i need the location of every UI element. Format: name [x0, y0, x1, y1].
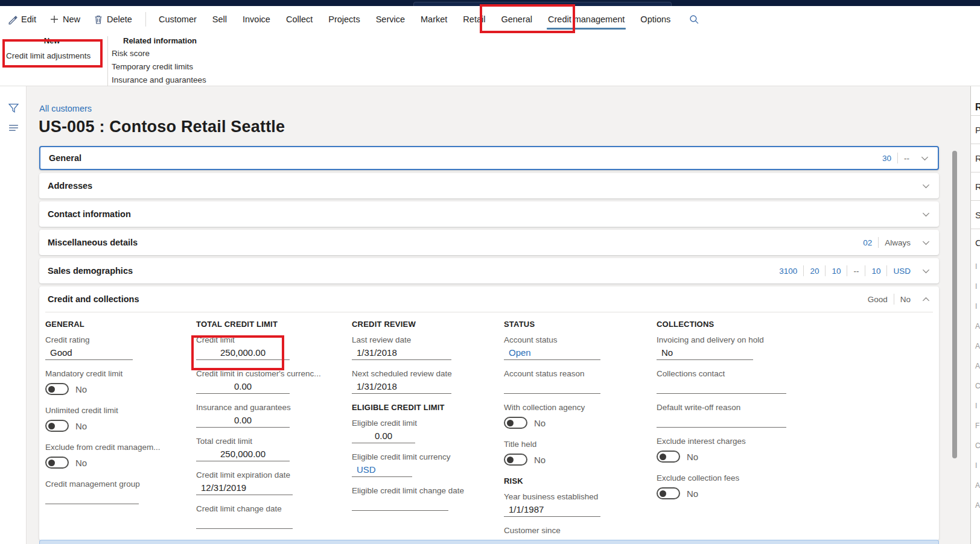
tab-sell[interactable]: Sell — [205, 10, 235, 28]
toggle-switch[interactable] — [45, 383, 69, 395]
right-panel-fragment: I — [971, 396, 980, 416]
tab-options[interactable]: Options — [632, 10, 678, 28]
toggle-switch[interactable] — [45, 457, 69, 469]
right-panel-fragment: I — [971, 276, 980, 296]
summary-value: Always — [879, 238, 917, 247]
invoicing-delivery-on-hold-input[interactable]: No — [657, 347, 753, 360]
vertical-scrollbar[interactable] — [952, 151, 957, 458]
tab-retail[interactable]: Retail — [455, 10, 493, 28]
menu-item-insurance-and-guarantees[interactable]: Insurance and guarantees — [112, 75, 206, 85]
field-default-writeoff-reason: Default write-off reason — [657, 403, 939, 428]
eligible-credit-limit-input[interactable]: 0.00 — [352, 430, 415, 443]
section-addresses[interactable]: Addresses — [39, 173, 939, 198]
section-general[interactable]: General 30 -- — [39, 146, 939, 170]
toggle-switch[interactable] — [657, 487, 680, 499]
tab-service[interactable]: Service — [368, 10, 413, 28]
toggle-switch[interactable] — [504, 454, 527, 466]
toggle-knob — [48, 386, 55, 393]
chevron-up-icon[interactable] — [921, 295, 931, 304]
breadcrumb-all-customers[interactable]: All customers — [39, 104, 92, 113]
field-eligible-credit-limit: Eligible credit limit 0.00 — [352, 419, 504, 443]
menu-item-credit-limit-adjustments[interactable]: Credit limit adjustments — [6, 51, 104, 61]
section-contact-information[interactable]: Contact information — [39, 201, 939, 227]
group-header: TOTAL CREDIT LIMIT — [196, 320, 352, 329]
right-panel-fragment: I — [971, 455, 980, 475]
credit-rating-input[interactable]: Good — [45, 347, 133, 360]
summary-value[interactable]: 20 — [804, 267, 825, 276]
search-icon[interactable] — [689, 14, 699, 25]
section-miscellaneous-details[interactable]: Miscellaneous details 02 Always — [39, 230, 939, 255]
toggle-switch[interactable] — [657, 451, 680, 463]
group-title-new: New — [0, 36, 104, 45]
tab-collect[interactable]: Collect — [278, 10, 320, 28]
right-panel-row[interactable]: R — [971, 172, 980, 201]
summary-value[interactable]: 30 — [876, 154, 897, 163]
credit-limit-change-date-input[interactable] — [196, 516, 293, 529]
right-panel-row[interactable]: S — [971, 201, 980, 229]
delete-button[interactable]: Delete — [94, 14, 132, 25]
field-label: Exclude collection fees — [657, 473, 939, 484]
next-section-card-edge[interactable] — [39, 540, 939, 544]
section-credit-and-collections: Credit and collections Good No GENERAL C… — [39, 286, 939, 540]
eligible-credit-limit-change-date-input[interactable] — [352, 498, 448, 511]
last-review-date-input[interactable]: 1/31/2018 — [352, 347, 451, 360]
insurance-and-guarantees-input[interactable]: 0.00 — [196, 414, 290, 428]
field-year-business-established: Year business established 1/1/1987 — [504, 492, 657, 517]
chevron-down-icon[interactable] — [921, 238, 931, 247]
summary-value[interactable]: 3100 — [773, 267, 803, 276]
field-label: Mandatory credit limit — [45, 369, 196, 379]
next-scheduled-review-date-input[interactable]: 1/31/2018 — [352, 381, 451, 394]
list-view-icon[interactable] — [8, 124, 19, 132]
delete-label: Delete — [107, 14, 132, 24]
field-credit-rating: Credit rating Good — [45, 335, 196, 360]
field-label: Eligible credit limit — [352, 419, 504, 429]
summary-value[interactable]: 10 — [826, 267, 847, 276]
chevron-down-icon[interactable] — [920, 154, 929, 163]
tab-customer[interactable]: Customer — [151, 10, 205, 28]
chevron-down-icon[interactable] — [921, 182, 931, 191]
field-label: Account status — [504, 335, 657, 346]
active-tab-underline — [547, 28, 626, 30]
field-label: Next scheduled review date — [352, 369, 504, 379]
right-panel-header-fragment: R — [971, 100, 980, 116]
total-credit-limit-input[interactable]: 250,000.00 — [196, 448, 290, 461]
chevron-down-icon[interactable] — [921, 210, 931, 219]
menu-item-temporary-credit-limits[interactable]: Temporary credit limits — [112, 62, 206, 72]
field-label: With collection agency — [504, 403, 657, 413]
field-label: Credit management group — [45, 479, 196, 490]
summary-value[interactable]: 02 — [857, 238, 878, 247]
tab-invoice[interactable]: Invoice — [235, 10, 278, 28]
toggle-switch[interactable] — [504, 417, 527, 429]
section-credit-header[interactable]: Credit and collections Good No — [39, 286, 939, 312]
tab-projects[interactable]: Projects — [320, 10, 368, 28]
tab-market[interactable]: Market — [413, 10, 455, 28]
credit-limit-customer-currency-input[interactable]: 0.00 — [196, 381, 290, 394]
menu-item-risk-score[interactable]: Risk score — [112, 49, 206, 59]
default-writeoff-reason-input[interactable] — [657, 414, 786, 428]
plus-icon — [49, 14, 59, 24]
new-button[interactable]: New — [49, 14, 80, 24]
eligible-credit-limit-currency-link[interactable]: USD — [352, 464, 412, 477]
summary-value[interactable]: 10 — [865, 267, 886, 276]
edit-button[interactable]: Edit — [7, 14, 36, 25]
credit-limit-input[interactable]: 250,000.00 — [196, 347, 290, 360]
toggle-switch[interactable] — [45, 420, 69, 432]
action-ribbon: Edit New Delete Customer Sell Invoice Co… — [0, 6, 980, 86]
right-panel-row[interactable]: P — [971, 116, 980, 144]
credit-limit-expiration-date-input[interactable]: 12/31/2019 — [196, 482, 293, 495]
account-status-reason-input[interactable] — [504, 381, 600, 394]
section-sales-demographics[interactable]: Sales demographics 3100 20 10 -- 10 USD — [39, 258, 939, 283]
section-general-label: General — [49, 153, 81, 163]
credit-management-group-input[interactable] — [45, 491, 139, 504]
section-credit-summary: Good No — [862, 294, 931, 305]
filter-icon[interactable] — [8, 103, 19, 114]
collections-contact-input[interactable] — [657, 381, 786, 394]
right-panel-row[interactable]: C — [971, 229, 980, 256]
summary-value[interactable]: USD — [887, 267, 917, 276]
year-business-established-input[interactable]: 1/1/1987 — [504, 504, 600, 517]
right-panel-row[interactable]: R — [971, 144, 980, 172]
tab-general[interactable]: General — [493, 10, 540, 28]
account-status-link[interactable]: Open — [504, 347, 600, 360]
chevron-down-icon[interactable] — [921, 267, 931, 276]
tab-credit-management[interactable]: Credit management — [540, 10, 632, 28]
